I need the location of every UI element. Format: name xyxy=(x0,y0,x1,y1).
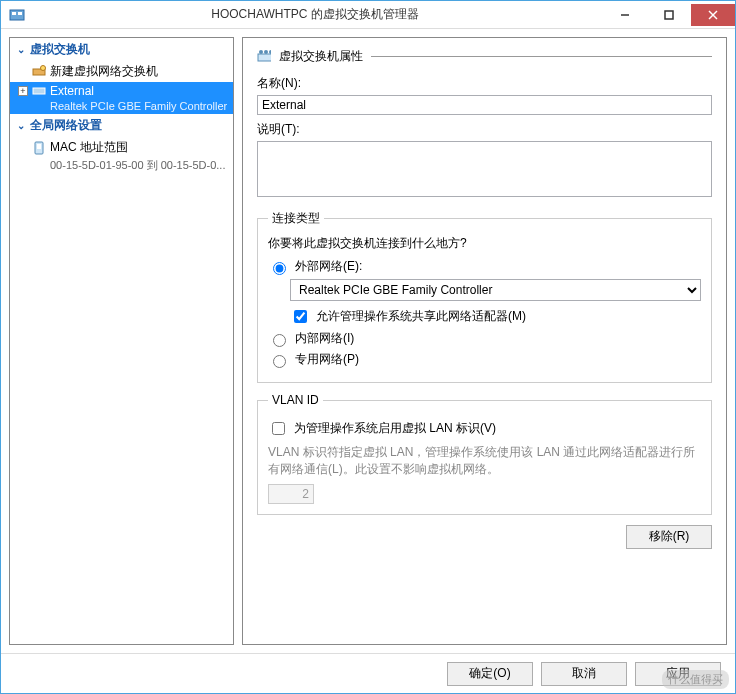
vlan-enable-input[interactable] xyxy=(272,422,285,435)
sidebar-item-mac-detail: 00-15-5D-01-95-00 到 00-15-5D-0... xyxy=(10,158,233,175)
chevron-icon: ⌄ xyxy=(16,120,26,131)
chevron-icon: ⌄ xyxy=(16,44,26,55)
name-label: 名称(N): xyxy=(257,75,712,92)
name-input[interactable] xyxy=(257,95,712,115)
ok-button[interactable]: 确定(O) xyxy=(447,662,533,686)
sidebar-header-label: 虚拟交换机 xyxy=(30,41,90,58)
svg-point-15 xyxy=(269,50,271,54)
svg-rect-9 xyxy=(33,88,45,94)
vlan-group: VLAN ID 为管理操作系统启用虚拟 LAN 标识(V) VLAN 标识符指定… xyxy=(257,393,712,515)
sidebar-item-label: External xyxy=(50,84,94,98)
svg-rect-4 xyxy=(665,11,673,19)
radio-internal-input[interactable] xyxy=(273,334,286,347)
new-switch-icon xyxy=(32,65,46,79)
checkbox-label: 为管理操作系统启用虚拟 LAN 标识(V) xyxy=(294,420,496,437)
connection-legend: 连接类型 xyxy=(268,210,324,227)
mac-icon xyxy=(32,141,46,155)
remove-row: 移除(R) xyxy=(257,525,712,549)
svg-point-14 xyxy=(264,50,268,54)
svg-rect-11 xyxy=(37,144,41,149)
checkbox-label: 允许管理操作系统共享此网络适配器(M) xyxy=(316,308,526,325)
close-button[interactable] xyxy=(691,4,735,26)
external-options: Realtek PCIe GBE Family Controller 允许管理操… xyxy=(290,279,701,326)
svg-rect-12 xyxy=(258,54,271,61)
body: ⌄ 虚拟交换机 新建虚拟网络交换机 + External Realtek PCI… xyxy=(1,29,735,653)
vlan-id-input xyxy=(268,484,314,504)
radio-label: 外部网络(E): xyxy=(295,258,362,275)
vlan-enable-checkbox[interactable]: 为管理操作系统启用虚拟 LAN 标识(V) xyxy=(268,419,701,438)
content-panel: 虚拟交换机属性 名称(N): 说明(T): 连接类型 你要将此虚拟交换机连接到什… xyxy=(242,37,727,645)
window-title: HOOCHAWHTPC 的虚拟交换机管理器 xyxy=(27,6,603,23)
sidebar-item-external-detail: Realtek PCIe GBE Family Controller xyxy=(10,100,233,114)
vlan-note: VLAN 标识符指定虚拟 LAN，管理操作系统使用该 LAN 通过此网络适配器进… xyxy=(268,444,701,478)
remove-button[interactable]: 移除(R) xyxy=(626,525,712,549)
connection-type-group: 连接类型 你要将此虚拟交换机连接到什么地方? 外部网络(E): Realtek … xyxy=(257,210,712,383)
watermark: 什么值得买 xyxy=(662,670,729,689)
section-header: 虚拟交换机属性 xyxy=(257,48,712,65)
share-adapter-checkbox[interactable]: 允许管理操作系统共享此网络适配器(M) xyxy=(290,307,701,326)
section-title: 虚拟交换机属性 xyxy=(279,48,363,65)
sidebar-item-label: 新建虚拟网络交换机 xyxy=(50,63,158,80)
connection-question: 你要将此虚拟交换机连接到什么地方? xyxy=(268,235,701,252)
cancel-button[interactable]: 取消 xyxy=(541,662,627,686)
desc-input[interactable] xyxy=(257,141,712,197)
sidebar-header-switches[interactable]: ⌄ 虚拟交换机 xyxy=(10,38,233,61)
minimize-button[interactable] xyxy=(603,4,647,26)
expand-icon[interactable]: + xyxy=(18,86,28,96)
desc-label: 说明(T): xyxy=(257,121,712,138)
vlan-legend: VLAN ID xyxy=(268,393,323,407)
radio-external-input[interactable] xyxy=(273,262,286,275)
sidebar-header-global[interactable]: ⌄ 全局网络设置 xyxy=(10,114,233,137)
radio-private-input[interactable] xyxy=(273,355,286,368)
titlebar: HOOCHAWHTPC 的虚拟交换机管理器 xyxy=(1,1,735,29)
app-icon xyxy=(7,5,27,25)
switch-properties-icon xyxy=(257,50,271,64)
sidebar-item-external[interactable]: + External xyxy=(10,82,233,100)
sidebar: ⌄ 虚拟交换机 新建虚拟网络交换机 + External Realtek PCI… xyxy=(9,37,234,645)
svg-point-13 xyxy=(259,50,263,54)
radio-private[interactable]: 专用网络(P) xyxy=(268,351,701,368)
window-controls xyxy=(603,4,735,26)
switch-icon xyxy=(32,84,46,98)
adapter-select[interactable]: Realtek PCIe GBE Family Controller xyxy=(290,279,701,301)
footer: 确定(O) 取消 应用 什么值得买 xyxy=(1,653,735,693)
radio-external[interactable]: 外部网络(E): xyxy=(268,258,701,275)
radio-label: 内部网络(I) xyxy=(295,330,354,347)
sidebar-header-label: 全局网络设置 xyxy=(30,117,102,134)
share-adapter-input[interactable] xyxy=(294,310,307,323)
window: HOOCHAWHTPC 的虚拟交换机管理器 ⌄ 虚拟交换机 新建虚拟网络交换机 … xyxy=(0,0,736,694)
radio-label: 专用网络(P) xyxy=(295,351,359,368)
sidebar-item-label: MAC 地址范围 xyxy=(50,139,128,156)
sidebar-item-mac-range[interactable]: MAC 地址范围 xyxy=(10,137,233,158)
radio-internal[interactable]: 内部网络(I) xyxy=(268,330,701,347)
sidebar-item-new-switch[interactable]: 新建虚拟网络交换机 xyxy=(10,61,233,82)
svg-rect-1 xyxy=(12,12,16,15)
svg-point-8 xyxy=(41,65,46,70)
divider xyxy=(371,56,712,57)
maximize-button[interactable] xyxy=(647,4,691,26)
svg-rect-2 xyxy=(18,12,22,15)
